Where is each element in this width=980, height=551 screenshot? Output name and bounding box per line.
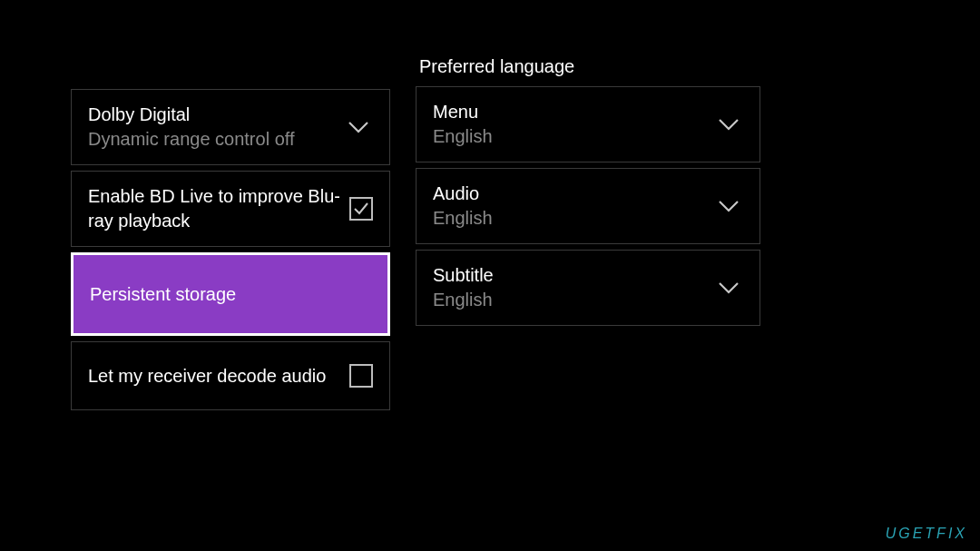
menu-lang-value: English: [433, 124, 493, 149]
persistent-text: Persistent storage: [90, 282, 236, 307]
left-column: Dolby Digital Dynamic range control off …: [71, 89, 390, 416]
dolby-digital-item[interactable]: Dolby Digital Dynamic range control off: [71, 89, 390, 165]
chevron-down-icon: [716, 112, 741, 137]
persistent-storage-item[interactable]: Persistent storage: [71, 252, 390, 336]
subtitle-lang-text: Subtitle English: [433, 263, 494, 312]
bdlive-checkbox[interactable]: [349, 197, 373, 221]
persistent-title: Persistent storage: [90, 282, 236, 307]
chevron-down-icon: [716, 275, 741, 300]
bdlive-text: Enable BD Live to improve Blu-ray playba…: [88, 184, 349, 233]
dolby-text: Dolby Digital Dynamic range control off: [88, 103, 295, 152]
audio-lang-value: English: [433, 206, 493, 231]
bdlive-item[interactable]: Enable BD Live to improve Blu-ray playba…: [71, 171, 390, 247]
audio-lang-text: Audio English: [433, 182, 493, 231]
menu-lang-title: Menu: [433, 100, 493, 124]
receiver-title: Let my receiver decode audio: [88, 364, 326, 389]
settings-container: Dolby Digital Dynamic range control off …: [0, 0, 980, 416]
receiver-checkbox[interactable]: [349, 364, 373, 388]
receiver-item[interactable]: Let my receiver decode audio: [71, 341, 390, 410]
receiver-text: Let my receiver decode audio: [88, 364, 326, 389]
subtitle-lang-title: Subtitle: [433, 263, 494, 288]
audio-lang-title: Audio: [433, 182, 493, 206]
preferred-language-title: Preferred language: [416, 56, 760, 77]
right-column: Preferred language Menu English Audio En…: [416, 56, 760, 416]
menu-language-item[interactable]: Menu English: [416, 86, 760, 162]
menu-lang-text: Menu English: [433, 100, 493, 149]
chevron-down-icon: [346, 114, 371, 140]
chevron-down-icon: [716, 193, 741, 219]
dolby-subtitle: Dynamic range control off: [88, 127, 295, 152]
subtitle-lang-value: English: [433, 288, 494, 312]
dolby-title: Dolby Digital: [88, 103, 295, 127]
bdlive-title: Enable BD Live to improve Blu-ray playba…: [88, 184, 349, 233]
subtitle-language-item[interactable]: Subtitle English: [416, 250, 760, 326]
watermark: UGETFIX: [886, 526, 967, 542]
audio-language-item[interactable]: Audio English: [416, 168, 760, 244]
